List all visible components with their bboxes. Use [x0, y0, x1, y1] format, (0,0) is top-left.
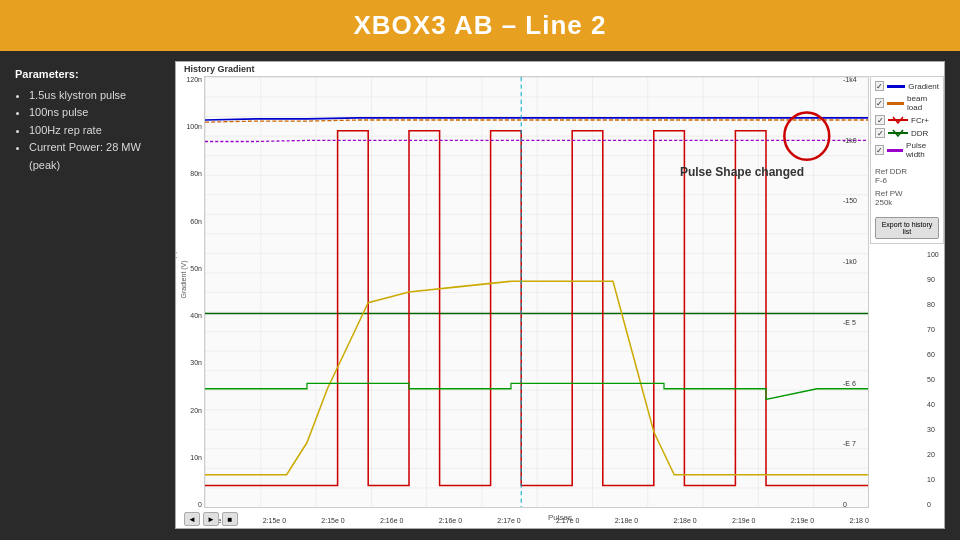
legend-checkbox-fcr[interactable]: [875, 115, 885, 125]
legend-line-gradient: [887, 85, 905, 88]
page-header: XBOX3 AB – Line 2: [0, 0, 960, 51]
y-axis-right: -1k4 -1k0 -150 -1k0 -E 5 -E 6 -E 7 0: [841, 76, 869, 508]
param-item-0: 1.5us klystron pulse: [29, 87, 160, 105]
x-axis-label: Pulses: [548, 513, 572, 522]
legend-label-beamload: beam load: [907, 94, 939, 112]
legend-label-fcr: FCr+: [911, 116, 929, 125]
legend-label-pulsewidth: Pulse width: [906, 141, 939, 159]
legend-label-ddr: DDR: [911, 129, 928, 138]
play-back-button[interactable]: ◄: [184, 512, 200, 526]
play-forward-button[interactable]: ►: [203, 512, 219, 526]
svg-rect-1: [205, 77, 868, 507]
ref-ddr-label: Ref DDR: [875, 167, 939, 176]
ref-250k-label: 250k: [875, 198, 939, 207]
legend-checkbox-gradient[interactable]: [875, 81, 884, 91]
legend-item-ddr: DDR: [875, 128, 939, 138]
chart-controls: ◄ ► ■: [184, 512, 238, 526]
legend-checkbox-pulsewidth[interactable]: [875, 145, 884, 155]
chart-plot: [204, 76, 869, 508]
ref-f6-label: F-6: [875, 176, 939, 185]
legend-checkbox-ddr[interactable]: [875, 128, 885, 138]
legend-item-pulsewidth: Pulse width: [875, 141, 939, 159]
main-content: Parameters: 1.5us klystron pulse 100ns p…: [0, 51, 960, 539]
annotation-text: Pulse Shape changed: [680, 165, 804, 179]
legend-line-pulsewidth: [887, 149, 903, 152]
export-button[interactable]: Export to history list: [875, 217, 939, 239]
chart-area: History Gradient 120n 100n 80n 60n 50n 4…: [175, 61, 945, 529]
legend-line-fcr: [888, 116, 908, 124]
param-item-2: 100Hz rep rate: [29, 122, 160, 140]
stop-button[interactable]: ■: [222, 512, 238, 526]
parameters-list: 1.5us klystron pulse 100ns pulse 100Hz r…: [15, 87, 160, 175]
left-panel: Parameters: 1.5us klystron pulse 100ns p…: [15, 61, 160, 529]
parameters-section: Parameters: 1.5us klystron pulse 100ns p…: [15, 61, 160, 175]
y-axis-left-label2: Gradient (V): [180, 260, 187, 298]
legend-line-ddr: [888, 129, 908, 137]
legend-label-gradient: Gradient: [908, 82, 939, 91]
page-title: XBOX3 AB – Line 2: [354, 10, 607, 40]
legend-line-beamload: [887, 102, 904, 105]
param-item-1: 100ns pulse: [29, 104, 160, 122]
legend-item-gradient: Gradient: [875, 81, 939, 91]
chart-title: History Gradient: [184, 64, 255, 74]
x-axis: 2:14e 0 2:15e 0 2:15e 0 2:16e 0 2:16e 0 …: [204, 517, 869, 524]
legend-panel: Gradient beam load FCr+ DDR Pulse width: [870, 76, 944, 244]
ref-pw-label: Ref PW: [875, 189, 939, 198]
legend-item-fcr: FCr+: [875, 115, 939, 125]
legend-item-beamload: beam load: [875, 94, 939, 112]
parameters-title: Parameters:: [15, 66, 160, 84]
legend-checkbox-beamload[interactable]: [875, 98, 884, 108]
param-item-3: Current Power: 28 MW (peak): [29, 139, 160, 174]
y-axis-left-label: Pulse Width (s): [175, 251, 176, 298]
